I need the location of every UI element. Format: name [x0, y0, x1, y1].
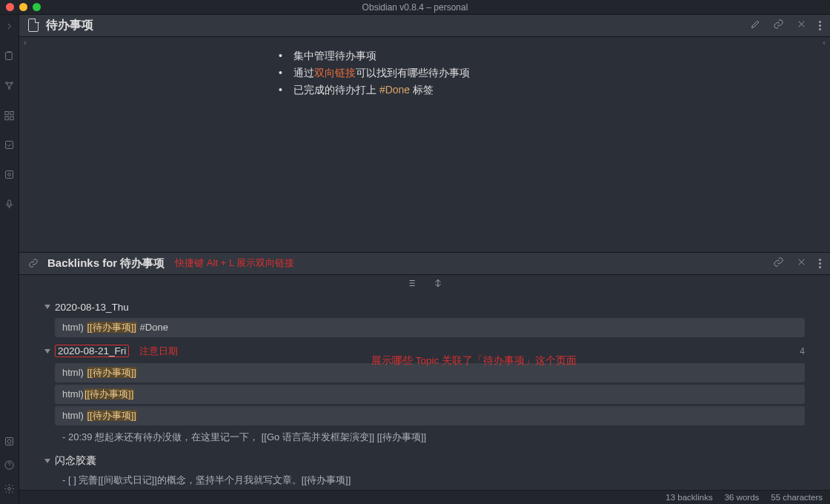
files-icon[interactable]	[4, 50, 15, 64]
window-controls	[6, 3, 41, 11]
bullet-item: 通过双向链接可以找到有哪些待办事项	[279, 64, 830, 82]
tags-icon[interactable]	[4, 110, 15, 123]
status-backlinks: 13 backlinks	[665, 493, 712, 502]
title-bar: Obsidian v0.8.4 – personal	[0, 0, 830, 15]
note-header: 待办事项	[19, 15, 830, 37]
template-icon[interactable]	[4, 169, 15, 182]
backlink-row[interactable]: html) [[待办事项]] #Done	[55, 318, 805, 337]
link-icon[interactable]	[773, 256, 784, 270]
file-icon	[28, 19, 39, 32]
app-title: Obsidian v0.8.4 – personal	[362, 2, 468, 13]
vault-icon[interactable]	[4, 436, 15, 449]
backlink-subrow[interactable]: - 20:39 想起来还有待办没做，在这里记一下， [[Go 语言高并发框架演变…	[44, 428, 805, 447]
checkbox-icon[interactable]	[4, 139, 15, 153]
svg-rect-6	[5, 116, 8, 119]
more-icon[interactable]	[819, 21, 821, 30]
svg-point-13	[7, 440, 11, 443]
status-bar: 13 backlinks 36 words 55 characters	[19, 490, 830, 504]
unlinked-mentions[interactable]: Unlinked mentions	[44, 490, 805, 491]
backlink-row[interactable]: html) [[待办事项]]	[55, 406, 805, 425]
close-window-icon[interactable]	[6, 3, 14, 11]
backlinks-body: 2020-08-13_Thuhtml) [[待办事项]] #Done2020-0…	[19, 294, 830, 491]
list-icon[interactable]	[406, 278, 416, 291]
svg-rect-5	[10, 112, 13, 115]
mic-icon[interactable]	[4, 199, 15, 212]
backlink-subrow[interactable]: - [ ] 完善[[间歇式日记]]的概念，坚持半个月我就写文章。[[待办事项]]	[44, 471, 805, 490]
chevron-down-icon	[44, 305, 50, 309]
bullet-item: 已完成的待办打上 #Done 标签	[279, 82, 830, 99]
backlink-group-header[interactable]: 闪念胶囊	[44, 451, 805, 471]
backlink-icon	[28, 258, 39, 268]
backlink-group-header[interactable]: 2020-08-13_Thu	[44, 299, 805, 316]
expand-icon[interactable]	[4, 21, 15, 34]
chevron-left-icon[interactable]: ‹	[823, 39, 826, 47]
svg-rect-4	[5, 112, 8, 115]
help-icon[interactable]	[4, 460, 15, 473]
svg-point-10	[8, 173, 11, 176]
note-title: 待办事项	[46, 18, 93, 33]
chevron-down-icon	[44, 349, 50, 354]
minimize-window-icon[interactable]	[19, 3, 27, 11]
edit-icon[interactable]	[750, 19, 761, 32]
close-icon[interactable]	[796, 19, 807, 32]
backlink-row[interactable]: html)[[待办事项]]	[55, 385, 805, 404]
backlinks-header: Backlinks for 待办事项 快捷键 Alt + L 展示双向链接	[19, 252, 830, 276]
link-icon[interactable]	[773, 19, 784, 32]
chevron-down-icon	[44, 459, 50, 463]
svg-point-15	[8, 488, 11, 491]
svg-rect-11	[8, 200, 11, 205]
annotation-hotkey: 快捷键 Alt + L 展示双向链接	[175, 256, 294, 270]
bullet-item: 集中管理待办事项	[279, 47, 830, 64]
collapse-icon[interactable]	[433, 278, 443, 291]
settings-icon[interactable]	[4, 483, 15, 497]
status-words: 36 words	[725, 493, 760, 502]
annotation-date: 注意日期	[139, 345, 178, 358]
chevron-right-icon[interactable]: ›	[24, 39, 27, 47]
svg-rect-7	[10, 116, 13, 119]
backlinks-toolbar	[19, 275, 830, 294]
more-icon[interactable]	[819, 259, 821, 268]
svg-rect-12	[6, 438, 13, 445]
svg-rect-0	[6, 53, 13, 60]
close-icon[interactable]	[796, 256, 807, 270]
status-chars: 55 characters	[771, 493, 823, 502]
svg-point-3	[8, 87, 10, 90]
svg-rect-8	[6, 142, 13, 149]
svg-rect-9	[6, 171, 13, 179]
backlinks-title: Backlinks for 待办事项	[47, 256, 165, 271]
left-rail	[0, 15, 19, 504]
maximize-window-icon[interactable]	[33, 3, 41, 11]
graph-icon[interactable]	[4, 80, 15, 93]
annotation-center: 展示哪些 Topic 关联了「待办事项」这个页面	[371, 354, 577, 368]
note-body: › ‹ 集中管理待办事项通过双向链接可以找到有哪些待办事项已完成的待办打上 #D…	[19, 37, 830, 252]
